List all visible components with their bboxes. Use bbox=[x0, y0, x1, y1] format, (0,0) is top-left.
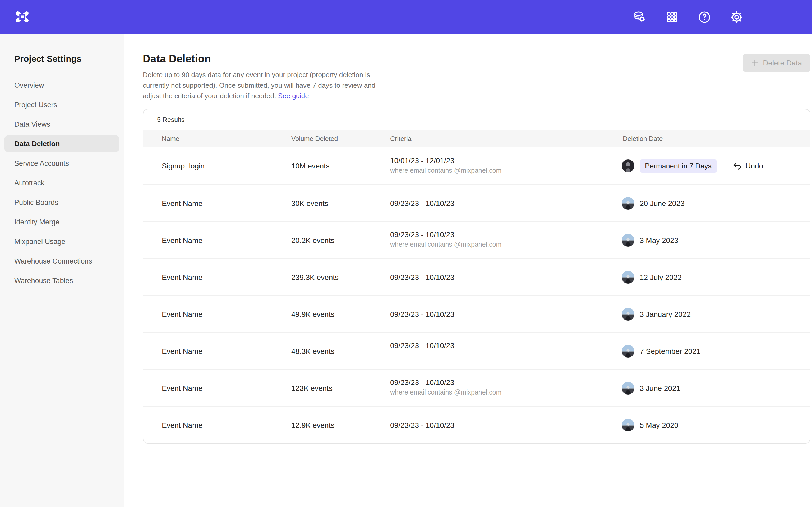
sidebar-nav: OverviewProject UsersData ViewsData Dele… bbox=[0, 76, 124, 289]
cell-criteria: 09/23/23 - 10/10/23where email contains … bbox=[390, 230, 623, 250]
table-header-row: Name Volume Deleted Criteria Deletion Da… bbox=[143, 130, 810, 147]
settings-gear-icon[interactable] bbox=[729, 9, 744, 24]
user-avatar bbox=[622, 234, 635, 246]
table-row: Event Name239.3K events09/23/23 - 10/10/… bbox=[143, 258, 810, 295]
sidebar-item-data-deletion[interactable]: Data Deletion bbox=[4, 135, 119, 152]
criteria-date-range: 09/23/23 - 10/10/23 bbox=[390, 420, 623, 429]
main-content: Data Deletion Delete up to 90 days data … bbox=[124, 34, 812, 507]
cell-deletion-date: Permanent in 7 DaysUndo bbox=[622, 159, 810, 172]
mixpanel-logo[interactable] bbox=[5, 0, 39, 34]
page-description-text: Delete up to 90 days data for any event … bbox=[143, 71, 375, 100]
deletion-date-text: 5 May 2020 bbox=[640, 420, 678, 429]
table-row: Event Name12.9K events09/23/23 - 10/10/2… bbox=[143, 406, 810, 443]
cell-criteria: 09/23/23 - 10/10/23 bbox=[390, 420, 623, 429]
cell-volume-deleted: 48.3K events bbox=[291, 347, 390, 355]
see-guide-link[interactable]: See guide bbox=[278, 92, 309, 100]
cell-deletion-date: 5 May 2020 bbox=[622, 418, 810, 431]
criteria-date-range: 09/23/23 - 10/10/23 bbox=[390, 273, 623, 281]
page-header-text: Data Deletion Delete up to 90 days data … bbox=[143, 53, 377, 101]
app-window: Project Settings OverviewProject UsersDa… bbox=[0, 0, 812, 507]
cell-criteria: 09/23/23 - 10/10/23 bbox=[390, 341, 623, 361]
sidebar-item-identity-merge[interactable]: Identity Merge bbox=[4, 213, 119, 230]
table-row: Signup_login10M events10/01/23 - 12/01/2… bbox=[143, 147, 810, 184]
criteria-date-range: 09/23/23 - 10/10/23 bbox=[390, 310, 623, 318]
data-management-icon[interactable] bbox=[632, 9, 647, 24]
help-icon[interactable] bbox=[697, 9, 712, 24]
deletion-date-text: 7 September 2021 bbox=[640, 347, 701, 355]
results-count: 5 Results bbox=[143, 109, 810, 130]
cell-criteria: 09/23/23 - 10/10/23 bbox=[390, 199, 623, 207]
cell-event-name: Event Name bbox=[162, 347, 291, 355]
user-avatar bbox=[622, 271, 635, 283]
sidebar-item-service-accounts[interactable]: Service Accounts bbox=[4, 155, 119, 172]
sidebar-item-public-boards[interactable]: Public Boards bbox=[4, 194, 119, 211]
deletion-date-text: 3 May 2023 bbox=[640, 236, 678, 244]
sidebar-item-warehouse-connections[interactable]: Warehouse Connections bbox=[4, 252, 119, 269]
table-row: Event Name48.3K events09/23/23 - 10/10/2… bbox=[143, 332, 810, 369]
cell-criteria: 10/01/23 - 12/01/23where email contains … bbox=[390, 156, 623, 176]
deletions-table-card: 5 Results Name Volume Deleted Criteria D… bbox=[143, 109, 810, 444]
undo-button-label: Undo bbox=[745, 162, 763, 170]
user-avatar bbox=[622, 345, 635, 357]
table-row: Event Name30K events09/23/23 - 10/10/232… bbox=[143, 184, 810, 221]
cell-event-name: Event Name bbox=[162, 384, 291, 392]
cell-deletion-date: 20 June 2023 bbox=[622, 197, 810, 209]
cell-criteria: 09/23/23 - 10/10/23where email contains … bbox=[390, 378, 623, 398]
criteria-date-range: 09/23/23 - 10/10/23 bbox=[390, 341, 623, 350]
page-description: Delete up to 90 days data for any event … bbox=[143, 70, 377, 101]
sidebar-item-overview[interactable]: Overview bbox=[4, 76, 119, 94]
deletion-date-text: 12 July 2022 bbox=[640, 273, 682, 281]
sidebar-item-autotrack[interactable]: Autotrack bbox=[4, 174, 119, 191]
criteria-filter-note bbox=[390, 350, 623, 361]
sidebar-item-warehouse-tables[interactable]: Warehouse Tables bbox=[4, 272, 119, 289]
plus-icon bbox=[751, 59, 759, 66]
delete-data-button-label: Delete Data bbox=[763, 59, 802, 67]
column-header-volume-deleted: Volume Deleted bbox=[291, 135, 390, 142]
apps-grid-icon[interactable] bbox=[664, 9, 679, 24]
table-row: Event Name20.2K events09/23/23 - 10/10/2… bbox=[143, 221, 810, 258]
delete-data-button[interactable]: Delete Data bbox=[743, 54, 810, 72]
cell-event-name: Event Name bbox=[162, 273, 291, 281]
page-header: Data Deletion Delete up to 90 days data … bbox=[143, 53, 810, 101]
mixpanel-x-icon bbox=[14, 9, 30, 25]
cell-volume-deleted: 30K events bbox=[291, 199, 390, 207]
undo-icon bbox=[733, 161, 742, 170]
user-avatar bbox=[622, 418, 635, 431]
deletion-date-text: 3 January 2022 bbox=[640, 310, 691, 318]
cell-event-name: Event Name bbox=[162, 420, 291, 429]
cell-event-name: Signup_login bbox=[162, 162, 291, 170]
page-title: Data Deletion bbox=[143, 53, 377, 65]
user-avatar bbox=[622, 197, 635, 209]
cell-volume-deleted: 49.9K events bbox=[291, 310, 390, 318]
criteria-date-range: 09/23/23 - 10/10/23 bbox=[390, 230, 623, 239]
deletion-date-text: 20 June 2023 bbox=[640, 199, 684, 207]
sidebar-item-mixpanel-usage[interactable]: Mixpanel Usage bbox=[4, 233, 119, 250]
deletion-date-text: 3 June 2021 bbox=[640, 384, 680, 392]
criteria-date-range: 09/23/23 - 10/10/23 bbox=[390, 378, 623, 387]
criteria-filter-note: where email contains @mixpanel.com bbox=[390, 239, 623, 250]
undo-button[interactable]: Undo bbox=[733, 161, 763, 170]
user-avatar bbox=[622, 307, 635, 320]
permanent-deletion-badge: Permanent in 7 Days bbox=[640, 159, 717, 172]
column-header-deletion-date: Deletion Date bbox=[623, 135, 810, 142]
cell-volume-deleted: 10M events bbox=[291, 162, 390, 170]
criteria-date-range: 09/23/23 - 10/10/23 bbox=[390, 199, 623, 207]
cell-volume-deleted: 123K events bbox=[291, 384, 390, 392]
cell-deletion-date: 3 June 2021 bbox=[622, 382, 810, 394]
table-row: Event Name49.9K events09/23/23 - 10/10/2… bbox=[143, 295, 810, 332]
cell-deletion-date: 3 May 2023 bbox=[622, 234, 810, 246]
cell-criteria: 09/23/23 - 10/10/23 bbox=[390, 310, 623, 318]
top-navigation-bar bbox=[0, 0, 812, 34]
cell-deletion-date: 3 January 2022 bbox=[622, 307, 810, 320]
column-header-name: Name bbox=[162, 135, 291, 142]
sidebar-title: Project Settings bbox=[0, 54, 124, 64]
cell-criteria: 09/23/23 - 10/10/23 bbox=[390, 273, 623, 281]
criteria-filter-note: where email contains @mixpanel.com bbox=[390, 387, 623, 398]
table-body: Signup_login10M events10/01/23 - 12/01/2… bbox=[143, 147, 810, 443]
cell-event-name: Event Name bbox=[162, 199, 291, 207]
sidebar-item-data-views[interactable]: Data Views bbox=[4, 116, 119, 132]
sidebar-item-project-users[interactable]: Project Users bbox=[4, 96, 119, 113]
user-avatar bbox=[622, 382, 635, 394]
cell-volume-deleted: 239.3K events bbox=[291, 273, 390, 281]
cell-deletion-date: 7 September 2021 bbox=[622, 345, 810, 357]
